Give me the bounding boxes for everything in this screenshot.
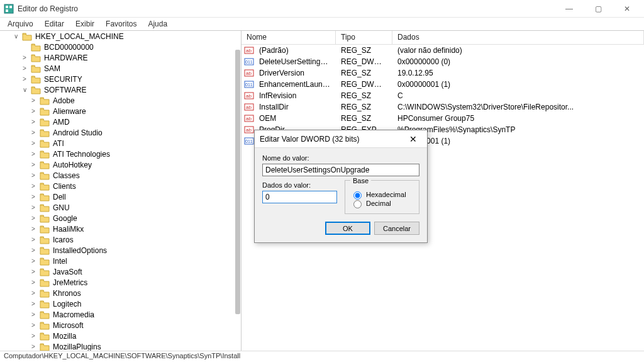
tree-node[interactable]: >Intel [0,256,241,266]
tree-node[interactable]: >HaaliMkx [0,223,241,234]
svg-text:ab: ab [246,127,252,133]
tree-node[interactable]: ∨SOFTWARE [0,84,241,95]
tree-node[interactable]: >Logitech [0,298,241,309]
tree-toggle-icon[interactable]: > [29,183,38,189]
tree-toggle-icon[interactable]: > [29,343,38,350]
tree-node[interactable]: >Khronos [0,288,241,298]
tree-node-label: Clients [52,182,77,191]
tree-node-label: Intel [52,257,69,266]
tree-toggle-icon[interactable]: > [29,215,38,222]
tree-toggle-icon[interactable]: > [29,236,38,243]
col-header-data[interactable]: Dados [392,31,644,44]
value-row[interactable]: abOEMREG_SZHPConsumer Group75 [242,113,644,124]
dialog-titlebar[interactable]: Editar Valor DWORD (32 bits) ✕ [255,130,427,148]
tree-node[interactable]: >SAM [0,63,241,74]
tree-node[interactable]: >Alienware [0,106,241,116]
tree-toggle-icon[interactable]: > [29,290,38,297]
minimize-button[interactable]: — [555,0,584,18]
tree-toggle-icon[interactable]: > [29,300,38,307]
tree-toggle-icon[interactable]: > [29,193,38,200]
menu-favoritos[interactable]: Favoritos [101,19,142,29]
col-header-type[interactable]: Tipo [336,31,392,44]
menu-arquivo[interactable]: Arquivo [3,19,38,29]
tree-toggle-icon[interactable]: > [29,225,38,232]
tree-node[interactable]: >SECURITY [0,74,241,84]
menu-editar[interactable]: Editar [40,19,69,29]
tree-toggle-icon[interactable]: > [29,140,38,147]
tree-toggle-icon[interactable]: > [29,150,38,157]
cancel-button[interactable]: Cancelar [374,222,419,235]
tree-node[interactable]: >ATI Technologies [0,149,241,159]
menu-ajuda[interactable]: Ajuda [143,19,172,29]
close-button[interactable]: ✕ [613,0,641,18]
tree-toggle-icon[interactable]: > [20,76,29,82]
tree-toggle-icon[interactable]: > [29,97,38,104]
tree-toggle-icon[interactable]: > [29,279,38,286]
tree-toggle-icon[interactable]: > [29,322,38,329]
maximize-button[interactable]: ▢ [584,0,613,18]
tree-toggle-icon[interactable]: > [29,311,38,318]
tree-toggle-icon[interactable]: > [29,247,38,254]
tree-node-label: Macromedia [52,310,96,319]
edit-dword-dialog: Editar Valor DWORD (32 bits) ✕ Nome do v… [254,130,428,243]
value-row[interactable]: 011EnhancementLaunchModeREG_DWORD0x00000… [242,79,644,90]
tree-toggle-icon[interactable]: > [20,65,29,72]
value-row[interactable]: ab(Padrão)REG_SZ(valor não definido) [242,45,644,56]
value-row[interactable]: abInstallDirREG_SZC:\WINDOWS\System32\Dr… [242,101,644,113]
tree-node[interactable]: >Android Studio [0,127,241,138]
tree-node[interactable]: >Microsoft [0,320,241,331]
tree-toggle-icon[interactable]: > [29,268,38,275]
tree-node[interactable]: >Adobe [0,95,241,106]
value-row[interactable]: abInfRevisionREG_SZC [242,90,644,101]
tree-toggle-icon[interactable]: > [29,161,38,168]
tree-node[interactable]: >JavaSoft [0,266,241,277]
tree-node[interactable]: >Mozilla [0,331,241,341]
tree-node[interactable]: BCD00000000 [0,42,241,52]
tree-node[interactable]: >Icaros [0,234,241,245]
menu-exibir[interactable]: Exibir [70,19,99,29]
tree-toggle-icon[interactable]: > [29,129,38,136]
radio-decimal-input[interactable] [353,200,362,208]
tree-node[interactable]: >AutoHotkey [0,159,241,170]
col-header-name[interactable]: Nome [242,31,336,44]
ok-button[interactable]: OK [325,222,370,235]
tree-node[interactable]: >Classes [0,170,241,181]
tree-node[interactable]: >MozillaPlugins [0,341,241,351]
radio-decimal[interactable]: Decimal [350,198,414,208]
svg-rect-2 [6,9,8,12]
tree-toggle-icon[interactable]: > [29,257,38,264]
tree-pane[interactable]: ∨HKEY_LOCAL_MACHINEBCD00000000>HARDWARE>… [0,31,242,351]
value-name-input[interactable] [262,164,419,176]
tree-node[interactable]: >ATI [0,138,241,149]
tree-node[interactable]: >Macromedia [0,309,241,320]
tree-toggle-icon[interactable]: ∨ [11,33,20,40]
tree-toggle-icon[interactable]: > [29,204,38,211]
value-row[interactable]: abDriverVersionREG_SZ19.0.12.95 [242,67,644,79]
value-data-input[interactable] [262,191,337,203]
tree-node[interactable]: >JreMetrics [0,277,241,288]
tree-node-label: JavaSoft [52,268,84,276]
tree-node[interactable]: >Dell [0,191,241,202]
value-name-cell: InstallDir [254,103,336,111]
statusbar: Computador\HKEY_LOCAL_MACHINE\SOFTWARE\S… [0,351,644,362]
tree-node[interactable]: >HARDWARE [0,52,241,63]
dialog-close-button[interactable]: ✕ [404,134,422,144]
value-row[interactable]: 011DeleteUserSettingsOnUpgradeREG_DWORD0… [242,56,644,67]
tree-toggle-icon[interactable]: > [29,172,38,179]
tree-node[interactable]: >Clients [0,181,241,191]
tree-toggle-icon[interactable]: > [29,118,38,125]
tree-node[interactable]: >InstalledOptions [0,245,241,256]
tree-node[interactable]: >GNU [0,202,241,213]
tree-node[interactable]: >Google [0,213,241,223]
tree-toggle-icon[interactable]: ∨ [20,86,29,93]
tree-node-label: JreMetrics [52,278,89,287]
tree-toggle-icon[interactable]: > [29,108,38,115]
tree-node[interactable]: >AMD [0,116,241,127]
scrollbar-thumb[interactable] [235,50,240,314]
radio-hexadecimal-input[interactable] [353,191,362,200]
tree-toggle-icon[interactable]: > [29,332,38,339]
value-name-cell: OEM [254,114,336,123]
tree-node[interactable]: ∨HKEY_LOCAL_MACHINE [0,31,241,42]
tree-toggle-icon[interactable]: > [20,54,29,61]
radio-hexadecimal[interactable]: Hexadecimal [350,189,414,200]
